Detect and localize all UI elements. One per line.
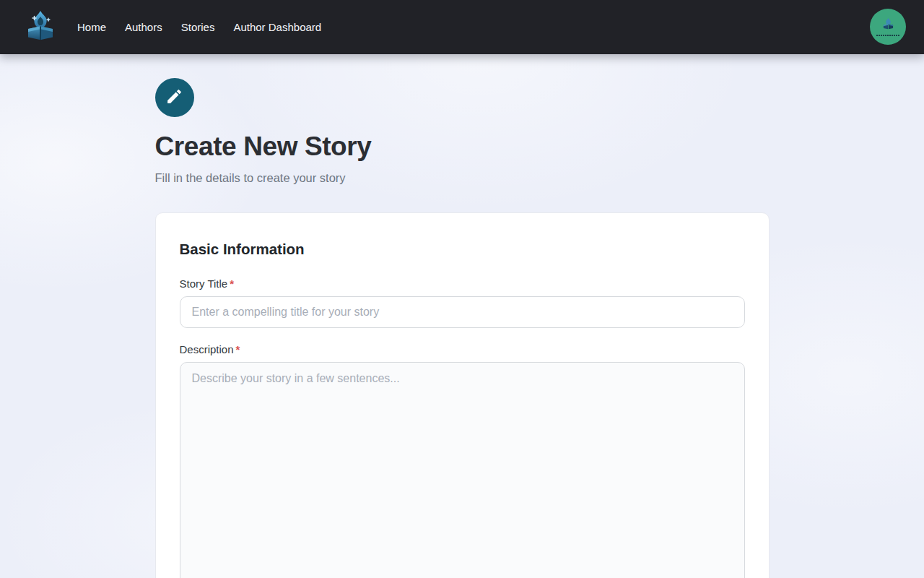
description-label-text: Description — [180, 343, 234, 355]
edit-pencil-badge — [155, 78, 194, 117]
description-label: Description* — [180, 343, 745, 355]
description-textarea[interactable] — [180, 362, 745, 578]
nav-link-authors[interactable]: Authors — [125, 0, 162, 54]
story-title-label: Story Title* — [180, 277, 745, 290]
avatar-logo-icon — [882, 17, 894, 33]
avatar-caption-text — [876, 35, 899, 36]
story-title-input[interactable] — [180, 296, 745, 328]
nav-link-stories[interactable]: Stories — [181, 0, 215, 54]
description-textarea-wrap — [180, 362, 745, 578]
flame-book-logo-icon — [25, 9, 56, 46]
page-subtitle: Fill in the details to create your story — [155, 171, 770, 185]
page-title: Create New Story — [155, 131, 770, 162]
story-title-label-text: Story Title — [180, 277, 228, 290]
app-logo[interactable] — [24, 10, 57, 45]
nav-link-author-dashboard[interactable]: Author Dashboard — [233, 0, 321, 54]
required-asterisk: * — [230, 277, 234, 290]
required-asterisk: * — [236, 343, 240, 355]
nav-link-home[interactable]: Home — [77, 0, 106, 54]
nav-links: Home Authors Stories Author Dashboard — [77, 0, 321, 54]
pencil-icon — [165, 87, 183, 108]
section-title: Basic Information — [180, 241, 745, 258]
create-story-page: Create New Story Fill in the details to … — [155, 54, 770, 578]
top-navbar: Home Authors Stories Author Dashboard — [0, 0, 924, 54]
user-avatar[interactable] — [870, 9, 906, 45]
basic-information-card: Basic Information Story Title* Descripti… — [155, 212, 770, 578]
